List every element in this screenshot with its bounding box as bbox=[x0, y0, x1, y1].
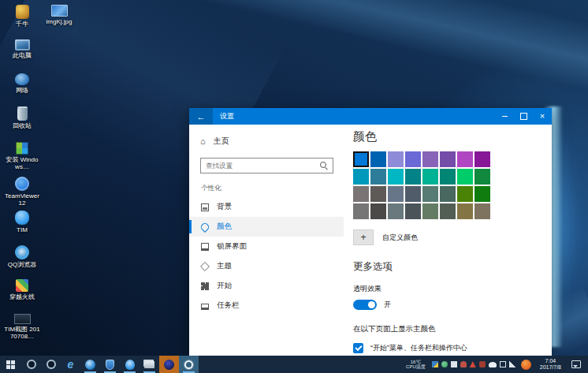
color-swatch[interactable] bbox=[422, 169, 438, 185]
color-swatch[interactable] bbox=[405, 151, 421, 167]
color-swatch[interactable] bbox=[388, 151, 404, 167]
color-swatch[interactable] bbox=[353, 186, 369, 202]
download-icon[interactable] bbox=[479, 361, 486, 367]
color-swatch[interactable] bbox=[388, 203, 404, 219]
maximize-icon[interactable] bbox=[514, 108, 533, 125]
color-swatch[interactable] bbox=[370, 169, 386, 185]
desktop-icon[interactable]: 回收站 bbox=[4, 108, 40, 129]
start-button[interactable] bbox=[0, 356, 21, 373]
taskbar-app-tim-tb[interactable] bbox=[120, 356, 140, 373]
minimize-icon[interactable] bbox=[495, 108, 514, 125]
action-center-button[interactable] bbox=[568, 360, 584, 368]
desktop-icon-label: TIM截图 20170708… bbox=[4, 326, 40, 340]
color-swatch[interactable] bbox=[353, 151, 369, 167]
color-swatch[interactable] bbox=[457, 203, 473, 219]
document-icon[interactable] bbox=[451, 361, 457, 367]
taskbar-app-security-shield[interactable] bbox=[100, 356, 120, 373]
desktop-icon[interactable]: 千牛 bbox=[4, 5, 40, 28]
color-swatch[interactable] bbox=[457, 151, 473, 167]
sidebar-item-background[interactable]: 背景 bbox=[189, 197, 344, 217]
desktop-icon[interactable]: 安装 Windows… bbox=[4, 142, 40, 170]
color-swatch[interactable] bbox=[370, 203, 386, 219]
color-swatch[interactable] bbox=[405, 203, 421, 219]
ime-icon[interactable] bbox=[432, 361, 438, 367]
taskbar-app-qq-browser-tb[interactable] bbox=[80, 356, 100, 373]
orange-app-icon[interactable] bbox=[521, 360, 531, 370]
color-swatch[interactable] bbox=[440, 186, 456, 202]
desktop-icon[interactable]: imgKj.jpg bbox=[41, 5, 77, 25]
accent-surfaces-heading: 在以下页面上显示主颜色 bbox=[353, 324, 552, 334]
sidebar-item-themes[interactable]: 主题 bbox=[189, 256, 344, 276]
sidebar-item-start-menu[interactable]: 开始 bbox=[189, 276, 344, 296]
color-swatch[interactable] bbox=[457, 169, 473, 185]
taskbar-app-settings-gear[interactable] bbox=[179, 356, 199, 373]
color-swatch[interactable] bbox=[440, 169, 456, 185]
color-swatch[interactable] bbox=[422, 186, 438, 202]
color-swatch[interactable] bbox=[474, 186, 490, 202]
color-swatch[interactable] bbox=[405, 186, 421, 202]
desktop-icon[interactable]: TIM截图 20170708… bbox=[4, 314, 40, 340]
sidebar-item-lock-screen[interactable]: 锁屏界面 bbox=[189, 237, 344, 256]
taskbar-app-file-explorer[interactable] bbox=[140, 356, 159, 373]
toggle-state-label: 开 bbox=[384, 300, 391, 310]
taskbar-app-app-sphere[interactable] bbox=[159, 356, 179, 373]
alert-red-icon[interactable] bbox=[470, 361, 476, 367]
desktop-icon-label: TIM bbox=[4, 226, 40, 233]
color-swatch[interactable] bbox=[353, 169, 369, 185]
transparency-toggle[interactable] bbox=[353, 300, 377, 310]
weather-cloud-icon[interactable] bbox=[489, 362, 497, 367]
clock-time: 7:04 bbox=[540, 358, 561, 364]
color-swatch[interactable] bbox=[474, 203, 490, 219]
desktop-icon[interactable]: 此电脑 bbox=[4, 39, 40, 59]
plus-icon[interactable] bbox=[353, 229, 374, 245]
home-label: 主页 bbox=[214, 136, 229, 147]
edge-icon bbox=[68, 357, 74, 371]
taskbar-tray-area: 16℃ CPU温度 7:04 2017/7/8 bbox=[406, 356, 588, 373]
color-swatch[interactable] bbox=[353, 203, 369, 219]
desktop-icon[interactable]: 网络 bbox=[4, 73, 40, 94]
sidebar-item-label: 颜色 bbox=[217, 222, 232, 232]
color-swatch[interactable] bbox=[457, 186, 473, 202]
search-input[interactable] bbox=[201, 162, 318, 170]
taskbar-app-browser-circle[interactable] bbox=[41, 356, 61, 373]
sidebar-item-colors[interactable]: 颜色 bbox=[189, 217, 344, 237]
section-label: 个性化 bbox=[201, 184, 344, 193]
cpu-temperature-widget[interactable]: 16℃ CPU温度 bbox=[406, 360, 426, 370]
desktop-icon[interactable]: TeamViewer 12 bbox=[4, 177, 40, 207]
taskbar-apps bbox=[21, 356, 199, 373]
user-red-icon[interactable] bbox=[460, 361, 467, 367]
taskbar-clock[interactable]: 7:04 2017/7/8 bbox=[537, 358, 564, 371]
color-swatch[interactable] bbox=[405, 169, 421, 185]
desktop: 千牛imgKj.jpg此电脑网络回收站安装 Windows…TeamViewer… bbox=[0, 0, 588, 373]
color-swatch[interactable] bbox=[388, 186, 404, 202]
desktop-icon-label: 千牛 bbox=[4, 21, 40, 28]
color-swatch[interactable] bbox=[440, 151, 456, 167]
color-swatch[interactable] bbox=[388, 169, 404, 185]
page-title: 颜色 bbox=[353, 129, 552, 144]
color-swatch[interactable] bbox=[474, 151, 490, 167]
desktop-icon[interactable]: 穿越火线 bbox=[4, 279, 40, 300]
taskbar-app-edge[interactable] bbox=[61, 356, 80, 373]
color-swatch[interactable] bbox=[422, 203, 438, 219]
sidebar-item-taskbar-nav[interactable]: 任务栏 bbox=[189, 296, 344, 315]
desktop-icon-label: 网络 bbox=[4, 87, 40, 94]
cloud-sync-icon[interactable] bbox=[441, 361, 448, 367]
settings-search-box[interactable] bbox=[200, 158, 333, 173]
close-icon[interactable] bbox=[533, 108, 552, 125]
sidebar-item-home[interactable]: 主页 bbox=[189, 133, 344, 149]
color-swatch[interactable] bbox=[422, 151, 438, 167]
display-icon[interactable] bbox=[500, 361, 506, 367]
color-swatch[interactable] bbox=[370, 186, 386, 202]
taskbar: 16℃ CPU温度 7:04 2017/7/8 bbox=[0, 356, 588, 373]
windows-setup-icon bbox=[16, 142, 28, 155]
color-swatch[interactable] bbox=[474, 169, 490, 185]
start-menu-checkbox[interactable] bbox=[353, 343, 363, 353]
desktop-icon[interactable]: TIM bbox=[4, 211, 40, 233]
back-arrow-icon[interactable] bbox=[189, 108, 213, 125]
network-icon-tray[interactable] bbox=[509, 361, 515, 367]
search-icon[interactable] bbox=[318, 160, 329, 171]
taskbar-app-search-circle[interactable] bbox=[21, 356, 41, 373]
color-swatch[interactable] bbox=[370, 151, 386, 167]
desktop-icon[interactable]: QQ浏览器 bbox=[4, 245, 40, 268]
color-swatch[interactable] bbox=[440, 203, 456, 219]
